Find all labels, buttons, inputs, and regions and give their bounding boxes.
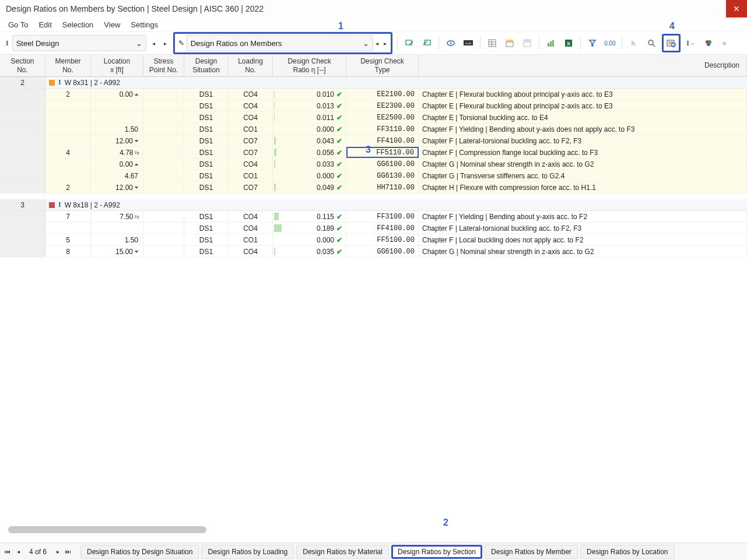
footer-tab[interactable]: Design Ratios by Loading	[201, 545, 294, 559]
cell-member: 8	[45, 246, 91, 257]
check-icon: ✔	[336, 90, 342, 98]
details-highlight	[662, 34, 681, 52]
cell-ds: DS1	[184, 182, 229, 193]
table-icon[interactable]	[485, 36, 499, 50]
table-half-icon[interactable]	[520, 36, 534, 50]
table-row[interactable]: 815.00⏷DS1CO40.035 ✔GG6100.00Chapter G |…	[0, 246, 747, 258]
filter-out-icon[interactable]	[420, 36, 434, 50]
cell-stress	[143, 124, 184, 135]
footer-tab[interactable]: Design Ratios by Design Situation	[80, 545, 199, 559]
close-button[interactable]: ✕	[726, 0, 747, 17]
table-color-icon[interactable]	[503, 36, 517, 50]
menu-selection[interactable]: Selection	[62, 20, 93, 29]
cell-location: 4.67	[91, 170, 143, 181]
excel-icon[interactable]: X	[562, 36, 576, 50]
colors-icon[interactable]	[702, 36, 716, 50]
cell-ds: DS1	[184, 159, 229, 170]
table-row[interactable]: 51.50DS1CO10.000 ✔FF5100.00Chapter F | L…	[0, 234, 747, 246]
pager-next[interactable]: ▸	[54, 548, 62, 555]
footer-tab[interactable]: Design Ratios by Member	[485, 545, 578, 559]
cell-desc: Chapter G | Nominal shear strength in z-…	[419, 159, 747, 170]
cell-location: 12.00⏷	[91, 135, 143, 146]
nav-prev-2[interactable]: ◂	[373, 36, 381, 51]
xxx-icon[interactable]: x.xx	[461, 36, 475, 50]
table-row[interactable]: 12.00⏷DS1CO70.043 ✔FF4100.00Chapter F | …	[0, 135, 747, 147]
menu-goto[interactable]: Go To	[8, 20, 28, 29]
pager-prev[interactable]: ◂	[14, 548, 22, 555]
pager-last[interactable]: ⏭	[64, 548, 72, 555]
filter-in-icon[interactable]	[402, 36, 416, 50]
cell-type: GG6130.00	[346, 170, 419, 181]
col-ratio[interactable]: Design CheckRatio η [--]	[273, 55, 346, 76]
svg-rect-0	[406, 40, 412, 45]
horizontal-scrollbar[interactable]	[8, 526, 206, 533]
cell-ds: DS1	[184, 223, 229, 234]
cell-section	[0, 135, 45, 146]
cell-type: GG6100.00	[346, 246, 419, 257]
table-row[interactable]: DS1CO40.189 ✔FF4100.00Chapter F | Latera…	[0, 223, 747, 234]
section-header-row[interactable]: 3IW 8x18 | 2 - A992	[0, 199, 747, 211]
table-row[interactable]: 1.50DS1CO10.000 ✔FF3110.00Chapter F | Yi…	[0, 124, 747, 135]
menu-edit[interactable]: Edit	[38, 20, 51, 29]
combo-results-label: Design Ratios on Members	[191, 39, 282, 48]
cursor-off-icon[interactable]	[627, 36, 641, 50]
cell-stress	[143, 246, 184, 257]
col-section[interactable]: SectionNo.	[0, 55, 45, 76]
col-loading[interactable]: LoadingNo.	[229, 55, 273, 76]
col-location[interactable]: Locationx [ft]	[91, 55, 143, 76]
col-member[interactable]: MemberNo.	[45, 55, 91, 76]
chart-icon[interactable]	[544, 36, 558, 50]
combo-results[interactable]: Design Ratios on Members ⌄	[187, 35, 373, 51]
funnel-icon[interactable]	[585, 36, 599, 50]
cell-ratio: 0.056 ✔	[273, 147, 346, 158]
details-icon[interactable]	[664, 36, 678, 50]
decimal-icon[interactable]: 0.00	[603, 36, 617, 50]
cell-location	[91, 112, 143, 123]
table-row[interactable]: DS1CO40.011 ✔EE2500.00Chapter E | Torsio…	[0, 112, 747, 124]
table-row[interactable]: 212.00⏷DS1CO70.049 ✔HH7110.00Chapter H |…	[0, 182, 747, 193]
footer-tab[interactable]: Design Ratios by Section	[391, 545, 482, 559]
cell-desc: Chapter F | Lateral-torsional buckling a…	[419, 223, 747, 234]
cell-stress	[143, 112, 184, 123]
nav-next-1[interactable]: ▸	[162, 36, 170, 51]
svg-rect-15	[550, 41, 552, 47]
col-stress[interactable]: StressPoint No.	[143, 55, 184, 76]
nav-next-2[interactable]: ▸	[381, 36, 390, 51]
table-row[interactable]: 20.00⏶DS1CO40.010 ✔EE2100.00Chapter E | …	[0, 89, 747, 100]
table-row[interactable]: 4.67DS1CO10.000 ✔GG6130.00Chapter G | Tr…	[0, 170, 747, 182]
section-header-row[interactable]: 2IW 8x31 | 2 - A992	[0, 77, 747, 89]
col-desc[interactable]: Description	[419, 55, 747, 76]
cell-section	[0, 182, 45, 193]
cell-desc: Chapter E | Torsional buckling acc. to E…	[419, 112, 747, 123]
cell-desc: Chapter E | Flexural buckling about prin…	[419, 100, 747, 111]
check-icon: ✔	[336, 137, 342, 145]
eye-icon[interactable]	[444, 36, 458, 50]
menu-settings[interactable]: Settings	[131, 20, 158, 29]
cell-desc: Chapter G | Nominal shear strength in z-…	[419, 246, 747, 257]
footer: ⏮ ◂ 4 of 6 ▸ ⏭ Design Ratios by Design S…	[0, 543, 747, 560]
table-row[interactable]: DS1CO40.013 ✔EE2300.00Chapter E | Flexur…	[0, 100, 747, 112]
col-ds[interactable]: DesignSituation	[184, 55, 229, 76]
cell-ratio: 0.033 ✔	[273, 159, 346, 170]
section-swatch	[49, 202, 55, 208]
footer-tab[interactable]: Design Ratios by Material	[296, 545, 389, 559]
svg-point-28	[707, 43, 710, 46]
cell-loading: CO1	[229, 124, 273, 135]
cell-stress	[143, 170, 184, 181]
nav-prev-1[interactable]: ◂	[150, 36, 158, 51]
footer-tab[interactable]: Design Ratios by Location	[580, 545, 674, 559]
ibeam-arrow-icon[interactable]: I→	[684, 36, 698, 50]
more-icon[interactable]: »	[723, 39, 727, 47]
table-row[interactable]: 77.50¹⁄₂DS1CO40.115 ✔FF3100.00Chapter F …	[0, 211, 747, 223]
pager: ⏮ ◂ 4 of 6 ▸ ⏭	[3, 548, 72, 556]
cell-section	[0, 159, 45, 170]
col-type[interactable]: Design CheckType	[346, 55, 419, 76]
cell-desc: Chapter G | Transverse stiffeners acc. t…	[419, 170, 747, 181]
combo-design-type[interactable]: Steel Design ⌄	[12, 35, 146, 51]
cell-ratio: 0.013 ✔	[273, 100, 346, 111]
search-icon[interactable]	[644, 36, 658, 50]
pager-first[interactable]: ⏮	[3, 548, 12, 555]
table-row[interactable]: 0.00⏶DS1CO40.033 ✔GG6100.00Chapter G | N…	[0, 159, 747, 170]
menu-view[interactable]: View	[104, 20, 120, 29]
table-row[interactable]: 44.78¹⁄₃DS1CO70.056 ✔FF5110.00Chapter F …	[0, 147, 747, 159]
